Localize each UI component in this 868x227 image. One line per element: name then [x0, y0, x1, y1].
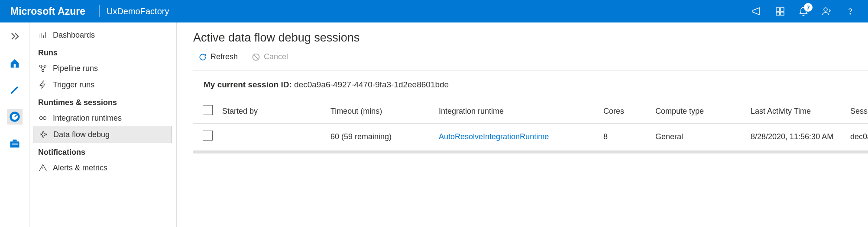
brand-name: Microsoft Azure [10, 6, 85, 17]
cancel-button: Cancel [252, 52, 288, 61]
cell-session: dec0a9a [848, 124, 868, 150]
header-icons: 7 [751, 6, 859, 17]
sidebar-item-dashboards[interactable]: Dashboards [29, 27, 176, 43]
col-timeout[interactable]: Timeout (mins) [328, 99, 436, 124]
main-content: Active data flow debug sessions Refresh … [177, 22, 868, 227]
alert-icon [38, 163, 48, 173]
trigger-icon [38, 80, 48, 90]
cell-integration-runtime-link[interactable]: AutoResolveIntegrationRuntime [439, 132, 549, 141]
svg-point-14 [42, 70, 44, 72]
svg-point-12 [40, 65, 42, 67]
col-last-activity[interactable]: Last Activity Time [748, 99, 848, 124]
rail-manage[interactable] [7, 136, 23, 151]
sidebar: Dashboards Runs Pipeline runs Trigger ru… [29, 22, 177, 227]
sidebar-item-alerts[interactable]: Alerts & metrics [29, 160, 176, 176]
sidebar-header-runtimes: Runtimes & sessions [29, 93, 176, 110]
notifications-icon[interactable]: 7 [798, 6, 809, 17]
col-started-by[interactable]: Started by [220, 99, 328, 124]
sidebar-label: Data flow debug [53, 130, 110, 139]
feedback-icon[interactable] [774, 6, 786, 17]
help-icon[interactable] [845, 6, 856, 17]
toolbar: Refresh Cancel [193, 52, 868, 70]
context-name[interactable]: UxDemoFactory [107, 6, 169, 16]
cell-started-by [220, 124, 328, 150]
refresh-button[interactable]: Refresh [198, 52, 238, 61]
app-header: Microsoft Azure UxDemoFactory 7 [0, 0, 868, 22]
pipeline-icon [38, 64, 48, 73]
rail-expand[interactable] [7, 29, 23, 44]
cell-last-activity: 8/28/2020, 11:56:30 AM [748, 124, 848, 150]
svg-rect-10 [13, 140, 16, 142]
dashboards-icon [38, 30, 48, 40]
sidebar-header-runs: Runs [29, 43, 176, 60]
svg-rect-6 [13, 64, 16, 67]
svg-point-4 [824, 8, 827, 11]
dataflow-icon [39, 130, 48, 139]
icon-rail [0, 22, 29, 227]
col-checkbox-header[interactable] [193, 99, 220, 124]
col-integration-runtime[interactable]: Integration runtime [436, 99, 601, 124]
session-info: My current session ID: dec0a9a6-4927-447… [193, 70, 868, 99]
select-all-checkbox[interactable] [203, 105, 213, 115]
svg-point-13 [44, 65, 46, 67]
cell-compute-type: General [653, 124, 748, 150]
sidebar-item-trigger-runs[interactable]: Trigger runs [29, 77, 176, 93]
sidebar-label: Trigger runs [53, 80, 94, 90]
sidebar-item-data-flow-debug[interactable]: Data flow debug [33, 126, 172, 143]
svg-rect-3 [781, 12, 784, 15]
sidebar-item-pipeline-runs[interactable]: Pipeline runs [29, 60, 176, 77]
refresh-label: Refresh [211, 52, 238, 61]
session-id-value: dec0a9a6-4927-4470-9fa3-1d2ee8601bde [294, 80, 449, 89]
col-compute-type[interactable]: Compute type [653, 99, 748, 124]
rail-monitor[interactable] [7, 109, 23, 125]
svg-rect-0 [776, 8, 780, 11]
rail-home[interactable] [7, 55, 23, 71]
svg-rect-9 [10, 141, 19, 147]
svg-point-15 [40, 117, 43, 120]
sidebar-item-integration-runtimes[interactable]: Integration runtimes [29, 110, 176, 126]
announce-icon[interactable] [751, 6, 762, 17]
cell-timeout: 60 (59 remaining) [328, 124, 436, 150]
sidebar-label: Integration runtimes [53, 114, 122, 123]
sidebar-header-notifications: Notifications [29, 143, 176, 160]
svg-rect-11 [12, 144, 18, 144]
svg-rect-2 [776, 12, 780, 15]
notification-badge: 7 [804, 3, 813, 12]
col-session[interactable]: Session [848, 99, 868, 124]
table-row[interactable]: 60 (59 remaining) AutoResolveIntegration… [193, 124, 868, 150]
header-divider [99, 5, 100, 17]
integration-icon [38, 113, 48, 123]
refresh-icon [198, 53, 207, 61]
cancel-icon [252, 53, 260, 61]
horizontal-scrollbar[interactable] [193, 150, 868, 153]
svg-point-5 [850, 13, 851, 14]
session-id-label: My current session ID: [204, 80, 292, 89]
sidebar-label: Dashboards [53, 31, 95, 40]
sessions-grid: Started by Timeout (mins) Integration ru… [193, 99, 868, 153]
page-title: Active data flow debug sessions [193, 31, 868, 45]
svg-point-16 [43, 117, 46, 120]
rail-author[interactable] [7, 82, 23, 98]
svg-point-17 [40, 134, 42, 135]
account-icon[interactable] [821, 6, 832, 17]
sidebar-label: Alerts & metrics [53, 163, 107, 173]
col-cores[interactable]: Cores [601, 99, 653, 124]
sidebar-label: Pipeline runs [53, 64, 98, 73]
cancel-label: Cancel [264, 52, 288, 61]
row-checkbox[interactable] [203, 131, 213, 141]
cell-cores: 8 [601, 124, 653, 150]
svg-rect-1 [781, 8, 784, 11]
